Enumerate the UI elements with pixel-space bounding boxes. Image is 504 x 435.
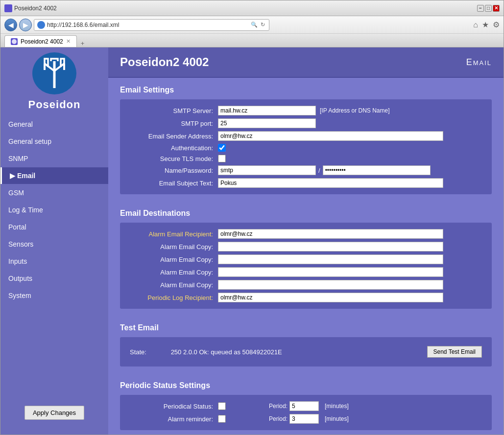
tab-bar: Poseidon2 4002 ✕ + <box>0 34 504 47</box>
auth-checkbox[interactable] <box>218 144 226 152</box>
sidebar-item-sensors[interactable]: Sensors <box>0 236 108 252</box>
test-email-box: State: 250 2.0.0 Ok: queued as 508492202… <box>120 337 492 366</box>
name-password-row: Name/Password: / <box>125 164 487 177</box>
back-button[interactable]: ◀ <box>4 19 17 31</box>
periodic-log-row: Periodic Log Recipient: <box>125 291 487 304</box>
settings-icon[interactable]: ⚙ <box>493 20 500 29</box>
new-tab-button[interactable]: + <box>77 40 89 47</box>
email-settings-box: SMTP Server: [IP Address or DNS Name] SM… <box>120 99 492 194</box>
periodic-status-section: Periodic Status Settings Periodical Stat… <box>108 379 504 435</box>
sidebar-item-portal[interactable]: Portal <box>0 219 108 235</box>
period-label-1: Period: <box>265 403 288 410</box>
period-unit-2: [minutes] <box>321 415 349 422</box>
alarm-copy-row-1: Alarm Email Copy: <box>125 240 487 253</box>
alarm-copy-input-3[interactable] <box>218 267 443 277</box>
sidebar-item-snmp[interactable]: SNMP <box>0 150 108 167</box>
active-tab[interactable]: Poseidon2 4002 ✕ <box>4 35 77 47</box>
email-sender-input[interactable] <box>218 131 443 141</box>
periodical-status-checkbox[interactable] <box>218 402 226 410</box>
send-test-email-button[interactable]: Send Test Email <box>427 346 482 358</box>
email-destinations-box: Alarm Email Recipient: Alarm Email Copy:… <box>120 223 492 309</box>
title-bar-left: Poseidon2 4002 <box>4 4 57 12</box>
svg-line-2 <box>45 64 54 71</box>
tab-favicon-icon <box>11 38 18 45</box>
logo-circle <box>32 52 76 94</box>
close-button[interactable]: ✕ <box>493 5 500 12</box>
svg-point-0 <box>12 39 17 44</box>
sidebar-item-general-setup[interactable]: General setup <box>0 133 108 150</box>
alarm-recipient-row: Alarm Email Recipient: <box>125 228 487 240</box>
subject-text-label: Email Subject Text: <box>130 180 218 187</box>
subject-text-row: Email Subject Text: <box>125 177 487 189</box>
periodic-log-input[interactable] <box>218 293 443 302</box>
svg-line-3 <box>54 64 64 71</box>
page-title: Email <box>466 57 492 68</box>
smtp-server-input[interactable] <box>218 106 316 115</box>
alarm-copy-input-1[interactable] <box>218 242 443 252</box>
alarm-reminder-row: Alarm reminder: Period: [minutes] <box>125 412 487 425</box>
tab-close-icon[interactable]: ✕ <box>66 38 71 45</box>
name-password-label: Name/Password: <box>130 167 218 174</box>
period-label-2: Period: <box>265 415 288 422</box>
refresh-icon[interactable]: ↻ <box>260 22 266 28</box>
auth-label: Authentication: <box>130 144 218 152</box>
periodical-status-row: Periodical Status: Period: [minutes] <box>125 400 487 412</box>
test-email-section: Test Email State: 250 2.0.0 Ok: queued a… <box>108 321 504 379</box>
active-arrow: ▶ <box>10 172 17 180</box>
name-input[interactable] <box>218 165 316 175</box>
secure-tls-label: Secure TLS mode: <box>130 155 218 162</box>
separator: / <box>316 167 323 174</box>
nav-menu: General General setup SNMP ▶ Email GSM L… <box>0 116 108 304</box>
sidebar-item-email[interactable]: ▶ Email <box>0 167 108 184</box>
sidebar-item-gsm[interactable]: GSM <box>0 184 108 201</box>
secure-tls-row: Secure TLS mode: <box>125 153 487 164</box>
maximize-button[interactable]: □ <box>485 5 492 12</box>
tab-favicon-icon <box>4 4 12 12</box>
address-favicon <box>37 21 45 29</box>
sidebar-item-inputs[interactable]: Inputs <box>0 253 108 270</box>
sidebar-item-system[interactable]: System <box>0 287 108 304</box>
address-bar[interactable]: http://192.168.6.6/email.xml 🔍 ↻ <box>34 19 269 31</box>
state-label: State: <box>130 348 169 356</box>
smtp-server-row: SMTP Server: [IP Address or DNS Name] <box>125 104 487 117</box>
apply-changes-button[interactable]: Apply Changes <box>24 406 84 420</box>
home-icon[interactable]: ⌂ <box>473 21 478 29</box>
favorites-icon[interactable]: ★ <box>482 20 489 29</box>
alarm-recipient-label: Alarm Email Recipient: <box>130 230 218 238</box>
email-sender-label: Email Sender Address: <box>130 133 218 140</box>
alarm-copy-input-2[interactable] <box>218 254 443 264</box>
period-input-2[interactable] <box>289 414 319 424</box>
tab-label: Poseidon2 4002 <box>21 38 63 45</box>
minimize-button[interactable]: − <box>477 5 484 12</box>
forward-button[interactable]: ▶ <box>19 19 32 31</box>
sidebar-item-outputs[interactable]: Outputs <box>0 270 108 287</box>
periodic-status-title: Periodic Status Settings <box>120 381 492 390</box>
alarm-copy-row-2: Alarm Email Copy: <box>125 253 487 266</box>
alarm-copy-input-4[interactable] <box>218 280 443 290</box>
period-input-1[interactable] <box>289 401 319 411</box>
alarm-recipient-input[interactable] <box>218 229 443 239</box>
alarm-reminder-checkbox[interactable] <box>218 415 226 423</box>
smtp-server-hint: [IP Address or DNS Name] <box>316 107 390 114</box>
email-settings-title: Email Settings <box>120 86 492 94</box>
trident-icon <box>40 56 69 91</box>
search-icon[interactable]: 🔍 <box>250 22 259 28</box>
secure-tls-checkbox[interactable] <box>218 155 226 162</box>
email-settings-section: Email Settings SMTP Server: [IP Address … <box>108 78 504 207</box>
content-header: Poseidon2 4002 Email <box>108 47 504 78</box>
sidebar-item-general[interactable]: General <box>0 116 108 133</box>
test-email-title: Test Email <box>120 323 492 332</box>
alarm-reminder-label: Alarm reminder: <box>130 415 218 423</box>
auth-row: Authentication: <box>125 142 487 153</box>
smtp-port-row: SMTP port: <box>125 117 487 130</box>
address-actions: 🔍 ↻ <box>250 22 266 28</box>
address-text: http://192.168.6.6/email.xml <box>47 22 248 28</box>
main-area: Poseidon General General setup SNMP ▶ Em… <box>0 47 504 435</box>
periodic-log-label: Periodic Log Recipient: <box>130 294 218 301</box>
password-input[interactable] <box>323 165 431 175</box>
sidebar-bottom: Apply Changes <box>0 396 108 430</box>
subject-text-input[interactable] <box>218 178 443 188</box>
sidebar-item-log-time[interactable]: Log & Time <box>0 202 108 218</box>
smtp-port-input[interactable] <box>218 118 316 128</box>
alarm-copy-label-4: Alarm Email Copy: <box>130 281 218 289</box>
